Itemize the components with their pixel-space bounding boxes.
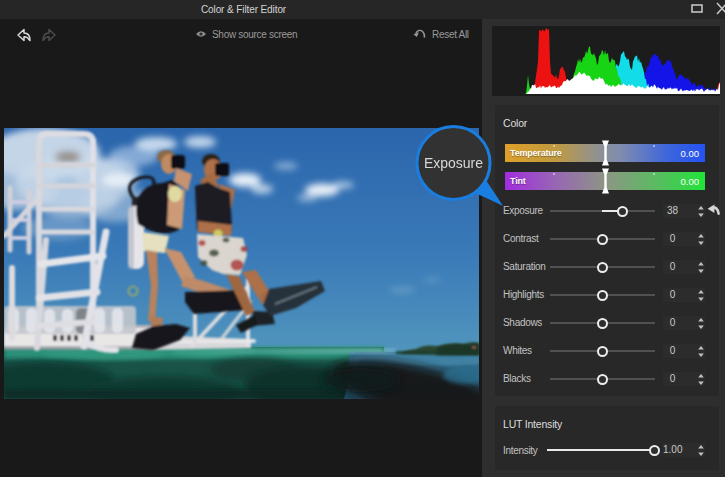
svg-text:Exposure: Exposure	[424, 155, 483, 171]
